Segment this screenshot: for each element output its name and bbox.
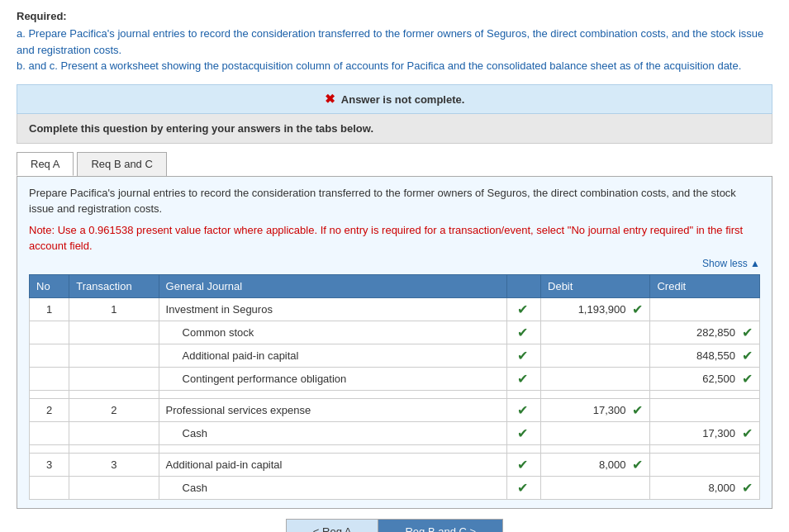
cell-debit[interactable]	[541, 344, 650, 367]
cell-no: 3	[30, 453, 69, 476]
cell-check: ✔	[507, 421, 541, 444]
check-icon: ✔	[632, 302, 643, 317]
cell-no	[30, 321, 69, 344]
nav-buttons: < Req A Req B and C >	[17, 519, 772, 533]
check-icon: ✔	[742, 480, 753, 496]
cell-account[interactable]: Additional paid-in capital	[159, 344, 507, 367]
cell-no	[30, 421, 69, 444]
cell-check: ✔	[507, 367, 541, 390]
tab-req-a[interactable]: Req A	[17, 152, 74, 176]
cell-account[interactable]: Cash	[159, 476, 507, 499]
check-icon: ✔	[517, 403, 528, 417]
table-row: 3 3 Additional paid-in capital ✔ 8,000 ✔	[30, 453, 760, 476]
cell-account[interactable]: Cash	[159, 421, 507, 444]
required-part-bc: b. and c. Present a worksheet showing th…	[17, 58, 772, 74]
check-icon: ✔	[742, 425, 753, 441]
check-icon: ✔	[517, 481, 528, 495]
complete-instruction: Complete this question by entering your …	[17, 114, 772, 144]
cell-transaction	[69, 476, 159, 499]
show-less-link[interactable]: Show less ▲	[29, 258, 760, 269]
cell-debit[interactable]: 1,193,900 ✔	[541, 297, 650, 321]
cell-check: ✔	[507, 321, 541, 344]
cell-account[interactable]: Common stock	[159, 321, 507, 344]
prev-button[interactable]: < Req A	[286, 519, 378, 533]
cell-credit[interactable]: 17,300 ✔	[650, 421, 760, 444]
cell-account[interactable]: Investment in Seguros	[159, 297, 507, 321]
cell-no	[30, 476, 69, 499]
table-row: Additional paid-in capital ✔ 848,550 ✔	[30, 344, 760, 367]
answer-banner-text: Answer is not complete.	[341, 93, 465, 106]
cell-transaction: 3	[69, 453, 159, 476]
cell-credit[interactable]: 62,500 ✔	[650, 367, 760, 390]
col-check	[507, 274, 541, 297]
table-row: Common stock ✔ 282,850 ✔	[30, 321, 760, 344]
check-icon: ✔	[517, 458, 528, 472]
cell-debit[interactable]	[541, 476, 650, 499]
col-transaction: Transaction	[69, 274, 159, 297]
cell-no	[30, 367, 69, 390]
tabs-row: Req A Req B and C	[17, 152, 772, 176]
col-debit: Debit	[541, 274, 650, 297]
tab-content-req-a: Prepare Pacifica's journal entries to re…	[17, 176, 772, 509]
table-row: Contingent performance obligation ✔ 62,5…	[30, 367, 760, 390]
cell-credit[interactable]	[650, 297, 760, 321]
cell-check: ✔	[507, 476, 541, 499]
table-row: 1 1 Investment in Seguros ✔ 1,193,900 ✔	[30, 297, 760, 321]
cell-debit[interactable]	[541, 367, 650, 390]
cell-check: ✔	[507, 398, 541, 421]
check-icon: ✔	[742, 325, 753, 340]
answer-banner: ✖ Answer is not complete.	[17, 84, 772, 114]
check-icon: ✔	[517, 349, 528, 363]
cell-debit[interactable]	[541, 421, 650, 444]
table-row: 2 2 Professional services expense ✔ 17,3…	[30, 398, 760, 421]
cell-credit[interactable]	[650, 398, 760, 421]
col-credit: Credit	[650, 274, 760, 297]
cell-check: ✔	[507, 453, 541, 476]
table-row: Cash ✔ 17,300 ✔	[30, 421, 760, 444]
tabs-container: Req A Req B and C Prepare Pacifica's jou…	[17, 152, 772, 509]
cell-account[interactable]: Additional paid-in capital	[159, 453, 507, 476]
cell-transaction	[69, 367, 159, 390]
check-icon: ✔	[517, 325, 528, 340]
check-icon: ✔	[742, 348, 753, 363]
instruction-text: Complete this question by entering your …	[29, 122, 373, 135]
cell-account[interactable]: Professional services expense	[159, 398, 507, 421]
cell-transaction: 1	[69, 297, 159, 321]
check-icon: ✔	[632, 457, 643, 473]
cell-transaction	[69, 321, 159, 344]
cell-transaction: 2	[69, 398, 159, 421]
cell-check: ✔	[507, 297, 541, 321]
cell-debit[interactable]: 17,300 ✔	[541, 398, 650, 421]
journal-table: No Transaction General Journal Debit Cre…	[29, 274, 760, 500]
cell-credit[interactable]: 8,000 ✔	[650, 476, 760, 499]
cell-credit[interactable]: 282,850 ✔	[650, 321, 760, 344]
error-icon: ✖	[325, 92, 335, 106]
cell-transaction	[69, 421, 159, 444]
table-row: Cash ✔ 8,000 ✔	[30, 476, 760, 499]
next-button[interactable]: Req B and C >	[378, 519, 503, 533]
required-section: Required: a. Prepare Pacifica's journal …	[17, 10, 772, 74]
check-icon: ✔	[517, 372, 528, 386]
cell-debit[interactable]	[541, 321, 650, 344]
check-icon: ✔	[517, 426, 528, 440]
cell-check: ✔	[507, 344, 541, 367]
tab-note: Note: Use a 0.961538 present value facto…	[29, 222, 760, 254]
check-icon: ✔	[517, 302, 528, 316]
cell-account[interactable]: Contingent performance obligation	[159, 367, 507, 390]
cell-no: 2	[30, 398, 69, 421]
cell-debit[interactable]: 8,000 ✔	[541, 453, 650, 476]
cell-transaction	[69, 344, 159, 367]
tab-description: Prepare Pacifica's journal entries to re…	[29, 185, 760, 217]
col-general-journal: General Journal	[159, 274, 507, 297]
check-icon: ✔	[632, 402, 643, 418]
tab-req-bc[interactable]: Req B and C	[77, 152, 166, 176]
cell-credit[interactable]	[650, 453, 760, 476]
cell-no: 1	[30, 297, 69, 321]
col-no: No	[30, 274, 69, 297]
spacer-row	[30, 390, 760, 398]
required-part-a: a. Prepare Pacifica's journal entries to…	[17, 26, 772, 58]
cell-credit[interactable]: 848,550 ✔	[650, 344, 760, 367]
required-title: Required:	[17, 10, 772, 22]
cell-no	[30, 344, 69, 367]
spacer-row	[30, 444, 760, 453]
